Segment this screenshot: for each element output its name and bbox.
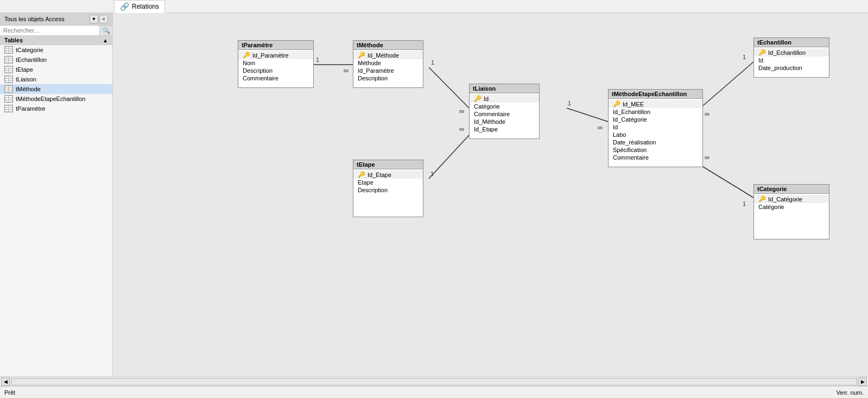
field-Date_realisation: Date_réalisation xyxy=(609,138,702,146)
svg-line-6 xyxy=(429,135,469,179)
table-tMethodeEtapeEchantillon[interactable]: tMéthodeEtapeEchantillon 🔑 Id_MEE Id_Ech… xyxy=(608,89,703,167)
sidebar-close-btn[interactable]: « xyxy=(99,15,108,23)
field-Id_Parametre: 🔑 Id_Paramètre xyxy=(238,51,313,59)
sidebar-item-tParamètre[interactable]: tParamètre xyxy=(0,104,112,113)
table-name: tCategorie xyxy=(16,47,43,53)
key-icon: 🔑 xyxy=(243,52,250,59)
section-chevron-icon: ▲ xyxy=(103,37,108,43)
table-tMethodeEtapeEchantillon-body: 🔑 Id_MEE Id_Echantillon Id_Catégorie Id … xyxy=(609,99,702,167)
key-icon: 🔑 xyxy=(358,52,365,59)
svg-text:1: 1 xyxy=(743,54,746,60)
sidebar-item-tEtape[interactable]: tEtape xyxy=(0,65,112,74)
field-Id3: Id xyxy=(754,56,829,64)
field-Id-liaison: 🔑 Id xyxy=(470,94,539,103)
sidebar-item-tEchantillon[interactable]: tEchantillon xyxy=(0,55,112,65)
svg-text:1: 1 xyxy=(431,59,434,66)
table-tEchantillon-body: 🔑 Id_Echantillon Id Date_production xyxy=(754,47,829,77)
field-Methode: Méthode xyxy=(353,59,423,67)
sidebar-header-title: Tous les objets Access xyxy=(4,16,65,22)
table-name: tEchantillon xyxy=(16,56,47,63)
table-name: tEtape xyxy=(16,66,33,73)
field-Id_Etape: Id_Etape xyxy=(470,125,539,133)
field-Id_Echantillon3: 🔑 Id_Echantillon xyxy=(754,48,829,56)
relations-tab[interactable]: 🔗 Relations xyxy=(114,0,165,13)
svg-text:∞: ∞ xyxy=(344,66,349,74)
key-icon: 🔑 xyxy=(613,100,620,108)
sidebar: Tous les objets Access ▼ « 🔍 Tables ▲ xyxy=(0,13,113,376)
field-Categorie: Catégorie xyxy=(470,103,539,110)
svg-text:1: 1 xyxy=(743,200,746,207)
relations-tab-icon: 🔗 xyxy=(120,2,129,11)
table-name: tParamètre xyxy=(16,105,45,112)
title-bar: 🔗 Relations xyxy=(0,0,868,13)
table-tParametre-body: 🔑 Id_Paramètre Nom Description Commentai… xyxy=(238,50,313,87)
svg-text:∞: ∞ xyxy=(459,107,464,115)
horizontal-scrollbar[interactable]: ◀ ▶ xyxy=(0,376,868,386)
field-Commentaire3: Commentaire xyxy=(609,154,702,161)
scroll-right-btn[interactable]: ▶ xyxy=(858,377,867,386)
field-Description: Description xyxy=(238,67,313,74)
table-icon xyxy=(4,56,13,64)
table-tCategorie[interactable]: tCategorie 🔑 Id_Catégorie Catégorie xyxy=(753,184,829,239)
field-Id_Etape: 🔑 Id_Etape xyxy=(353,170,423,179)
table-tEtape-body: 🔑 Id_Etape Etape Description xyxy=(353,169,423,217)
table-tEtape[interactable]: tEtape 🔑 Id_Etape Etape Description xyxy=(353,160,423,217)
table-tParametre[interactable]: tParamètre 🔑 Id_Paramètre Nom Descriptio… xyxy=(238,40,314,88)
field-Id_Echantillon2: Id_Echantillon xyxy=(609,108,702,116)
table-name: tLiaison xyxy=(16,76,36,83)
scroll-left-btn[interactable]: ◀ xyxy=(1,377,10,386)
svg-text:∞: ∞ xyxy=(705,110,709,118)
svg-text:1: 1 xyxy=(568,100,571,106)
tables-section-header[interactable]: Tables ▲ xyxy=(0,36,112,45)
table-icon xyxy=(4,66,13,73)
field-Labo: Labo xyxy=(609,131,702,138)
field-Categorie2: Catégorie xyxy=(754,203,829,211)
table-tLiaison[interactable]: tLiaison 🔑 Id Catégorie Commentaire Id_M… xyxy=(469,84,540,139)
table-name: tMéthodeEtapeEchantillon xyxy=(16,96,85,102)
svg-text:∞: ∞ xyxy=(598,123,603,131)
sidebar-item-tCategorie[interactable]: tCategorie xyxy=(0,45,112,55)
field-Id2: Id xyxy=(609,123,702,131)
table-icon xyxy=(4,105,13,112)
field-Id_MEE: 🔑 Id_MEE xyxy=(609,100,702,108)
relations-canvas[interactable]: 1 ∞ 1 ∞ 1 ∞ 1 ∞ 1 ∞ 1 ∞ tParamètre xyxy=(113,13,868,376)
search-button[interactable]: 🔍 xyxy=(99,26,112,35)
field-Specification: Spécification xyxy=(609,146,702,154)
svg-text:1: 1 xyxy=(430,170,434,177)
field-Description2: Description xyxy=(353,74,423,82)
table-tCategorie-body: 🔑 Id_Catégorie Catégorie xyxy=(754,194,829,239)
table-icon xyxy=(4,85,13,93)
sidebar-collapse-btn[interactable]: ▼ xyxy=(90,15,98,23)
sidebar-header-icons: ▼ « xyxy=(90,15,108,23)
table-tCategorie-header: tCategorie xyxy=(754,185,829,194)
table-icon xyxy=(4,95,13,103)
table-tMethode[interactable]: tMéthode 🔑 Id_Méthode Méthode Id_Paramèt… xyxy=(353,40,423,88)
search-input[interactable] xyxy=(0,26,99,35)
field-Commentaire2: Commentaire xyxy=(470,110,539,118)
svg-line-12 xyxy=(700,62,753,108)
main-layout: Tous les objets Access ▼ « 🔍 Tables ▲ xyxy=(0,13,868,376)
table-tLiaison-body: 🔑 Id Catégorie Commentaire Id_Méthode Id… xyxy=(470,93,539,138)
status-text: Prêt xyxy=(4,389,15,396)
svg-line-3 xyxy=(429,67,469,108)
tables-section-title: Tables xyxy=(4,37,23,43)
search-bar: 🔍 xyxy=(0,26,112,36)
svg-line-15 xyxy=(700,165,753,198)
table-tEtape-header: tEtape xyxy=(353,160,423,169)
field-Etape: Etape xyxy=(353,179,423,186)
relations-tab-label: Relations xyxy=(132,3,159,10)
table-tEchantillon[interactable]: tEchantillon 🔑 Id_Echantillon Id Date_pr… xyxy=(753,37,829,78)
sidebar-item-tMéthodeEtapeEchantillon[interactable]: tMéthodeEtapeEchantillon xyxy=(0,94,112,104)
svg-text:∞: ∞ xyxy=(459,125,464,133)
field-Id_Categorie3: 🔑 Id_Catégorie xyxy=(754,195,829,203)
table-tParametre-header: tParamètre xyxy=(238,41,313,50)
field-Id_Parametre2: Id_Paramètre xyxy=(353,67,423,74)
sidebar-item-tLiaison[interactable]: tLiaison xyxy=(0,74,112,84)
key-icon: 🔑 xyxy=(474,95,481,102)
field-Id_Methode2: Id_Méthode xyxy=(470,118,539,125)
svg-text:∞: ∞ xyxy=(705,153,709,161)
key-icon: 🔑 xyxy=(758,195,766,203)
field-Commentaire: Commentaire xyxy=(238,74,313,82)
sidebar-item-tMéthode[interactable]: tMéthode xyxy=(0,84,112,94)
table-list: tCategorie tEchantillon tEtape xyxy=(0,45,112,376)
